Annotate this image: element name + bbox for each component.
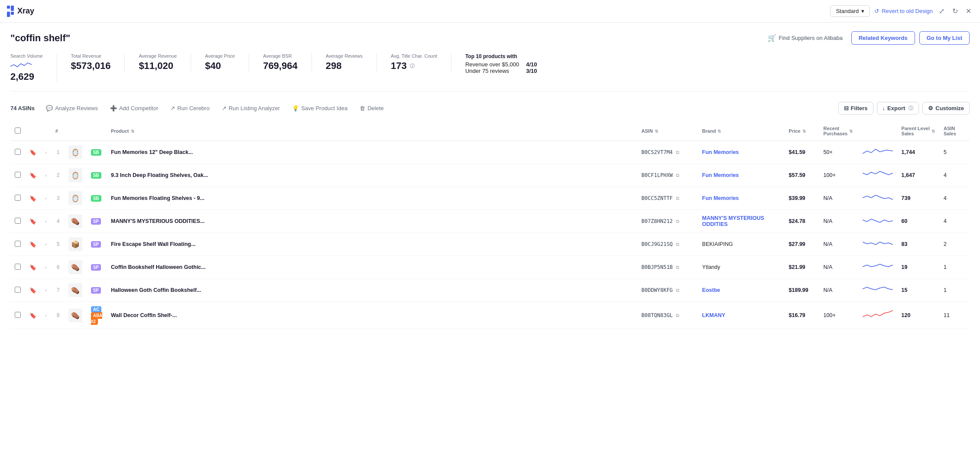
row-expand-cell[interactable]: ›	[41, 164, 51, 187]
row-bookmark-cell[interactable]: 🔖	[25, 279, 41, 302]
revert-to-old-design-button[interactable]: ↺ Revert to old Design	[874, 8, 933, 14]
copy-icon[interactable]: ⧉	[676, 196, 679, 201]
th-price[interactable]: Price ⇅	[785, 121, 819, 141]
run-cerebro-button[interactable]: ↗ Run Cerebro	[166, 102, 214, 114]
bookmark-icon[interactable]: 🔖	[29, 149, 36, 156]
row-expand-cell[interactable]: ›	[41, 302, 51, 329]
row-checkbox-cell[interactable]	[10, 187, 25, 210]
th-asin[interactable]: ASIN ⇅	[637, 121, 698, 141]
copy-icon[interactable]: ⧉	[676, 288, 679, 293]
close-button[interactable]: ✕	[964, 5, 973, 17]
customize-button[interactable]: ⚙ Customize	[922, 102, 970, 114]
row-expand-cell[interactable]: ›	[41, 141, 51, 164]
add-competitor-button[interactable]: ➕ Add Competitor	[106, 102, 162, 114]
copy-icon[interactable]: ⧉	[676, 173, 679, 178]
row-expand-cell[interactable]: ›	[41, 233, 51, 256]
expand-icon[interactable]: ›	[45, 265, 47, 270]
find-suppliers-button[interactable]: 🛒 Find Suppliers on Alibaba	[763, 31, 847, 45]
brand-link[interactable]: Fun Memories	[702, 172, 739, 178]
bookmark-icon[interactable]: 🔖	[29, 218, 36, 225]
row-expand-cell[interactable]: ›	[41, 210, 51, 233]
copy-icon[interactable]: ⧉	[676, 242, 679, 247]
row-bookmark-cell[interactable]: 🔖	[25, 187, 41, 210]
row-checkbox-cell[interactable]	[10, 210, 25, 233]
th-parent-sales[interactable]: Parent LevelSales ⇅	[897, 121, 939, 141]
bookmark-icon[interactable]: 🔖	[29, 195, 36, 202]
copy-icon[interactable]: ⧉	[676, 265, 679, 270]
row-checkbox[interactable]	[15, 218, 21, 224]
th-select-all[interactable]	[10, 121, 25, 141]
row-expand-cell[interactable]: ›	[41, 256, 51, 279]
expand-icon[interactable]: ›	[45, 313, 47, 318]
row-bookmark-cell[interactable]: 🔖	[25, 233, 41, 256]
go-to-my-list-button[interactable]: Go to My List	[919, 31, 970, 45]
export-button[interactable]: ↓ Export ⓘ	[877, 102, 919, 114]
row-checkbox[interactable]	[15, 241, 21, 247]
row-expand-cell[interactable]: ›	[41, 279, 51, 302]
analyze-reviews-button[interactable]: 💬 Analyze Reviews	[42, 102, 102, 114]
row-checkbox-cell[interactable]	[10, 233, 25, 256]
row-checkbox-cell[interactable]	[10, 302, 25, 329]
th-product[interactable]: Product ⇅	[107, 121, 637, 141]
related-keywords-button[interactable]: Related Keywords	[851, 31, 915, 45]
row-checkbox-cell[interactable]	[10, 279, 25, 302]
delete-button[interactable]: 🗑 Delete	[355, 102, 388, 114]
brand-link[interactable]: Fun Memories	[702, 195, 739, 201]
search-volume-chart	[10, 60, 32, 69]
row-asin-cell: B0BJP5N51B ⧉	[637, 256, 698, 279]
row-checkbox-cell[interactable]	[10, 141, 25, 164]
copy-icon[interactable]: ⧉	[676, 219, 679, 224]
row-bookmark-cell[interactable]: 🔖	[25, 210, 41, 233]
expand-icon[interactable]: ›	[45, 242, 47, 247]
sparkline-chart	[863, 309, 893, 321]
refresh-button[interactable]: ↻	[951, 5, 960, 17]
copy-icon[interactable]: ⧉	[676, 313, 679, 318]
stat-average-reviews: Average Reviews 298	[326, 53, 377, 72]
expand-icon[interactable]: ›	[45, 196, 47, 201]
run-listing-analyzer-button[interactable]: ↗ Run Listing Analyzer	[217, 102, 285, 114]
row-checkbox[interactable]	[15, 312, 21, 318]
filters-button[interactable]: ⊟ Filters	[838, 102, 873, 114]
expand-icon[interactable]: ›	[45, 150, 47, 155]
row-bookmark-cell[interactable]: 🔖	[25, 164, 41, 187]
row-checkbox[interactable]	[15, 172, 21, 178]
row-bookmark-cell[interactable]: 🔖	[25, 302, 41, 329]
standard-select[interactable]: Standard ▾	[830, 5, 870, 17]
row-checkbox[interactable]	[15, 264, 21, 270]
row-checkbox[interactable]	[15, 195, 21, 201]
brand-link[interactable]: Eostbe	[702, 287, 720, 293]
table-header-row: # Product ⇅ ASIN ⇅ Brand ⇅ Price ⇅	[10, 121, 970, 141]
row-checkbox[interactable]	[15, 149, 21, 155]
expand-icon[interactable]: ›	[45, 219, 47, 224]
row-thumb-cell: 🪞	[64, 164, 87, 187]
row-checkbox-cell[interactable]	[10, 256, 25, 279]
stat-top10: Top 10 products with Revenue over $5,000…	[465, 53, 551, 74]
th-asin-sales[interactable]: ASINSales	[939, 121, 970, 141]
bookmark-icon[interactable]: 🔖	[29, 172, 36, 179]
th-brand[interactable]: Brand ⇅	[698, 121, 785, 141]
save-product-idea-button[interactable]: 💡 Save Product Idea	[288, 102, 352, 114]
copy-icon[interactable]: ⧉	[676, 150, 679, 155]
row-expand-cell[interactable]: ›	[41, 187, 51, 210]
brand-link[interactable]: LKMANY	[702, 312, 725, 318]
bookmark-icon[interactable]: 🔖	[29, 241, 36, 248]
row-purchases-cell: 100+	[819, 164, 858, 187]
th-recent-purchases[interactable]: RecentPurchases ⇅	[819, 121, 858, 141]
bookmark-icon[interactable]: 🔖	[29, 287, 36, 294]
row-bookmark-cell[interactable]: 🔖	[25, 141, 41, 164]
bookmark-icon[interactable]: 🔖	[29, 264, 36, 271]
row-bookmark-cell[interactable]: 🔖	[25, 256, 41, 279]
brand-link[interactable]: Fun Memories	[702, 149, 739, 155]
row-checkbox[interactable]	[15, 287, 21, 293]
purchases-value: 100+	[824, 312, 836, 318]
row-asin-cell: B0CF1LPHXW ⧉	[637, 164, 698, 187]
bookmark-icon[interactable]: 🔖	[29, 312, 36, 319]
expand-button[interactable]: ⤢	[937, 5, 946, 17]
gear-icon: ⚙	[928, 105, 933, 111]
row-checkbox-cell[interactable]	[10, 164, 25, 187]
row-product-cell: Fire Escape Shelf Wall Floating...	[107, 233, 637, 256]
row-thumb-cell: ⚰️	[64, 256, 87, 279]
expand-icon[interactable]: ›	[45, 173, 47, 178]
brand-link[interactable]: MANNY'S MYSTERIOUS ODDITIES	[702, 215, 764, 227]
expand-icon[interactable]: ›	[45, 288, 47, 293]
